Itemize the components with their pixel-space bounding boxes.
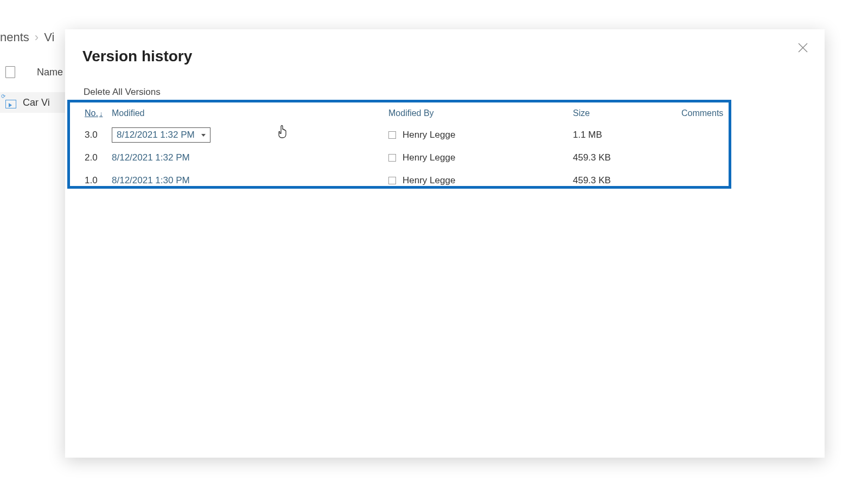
breadcrumb-separator-icon: › bbox=[35, 30, 39, 44]
version-modified-date: 8/12/2021 1:32 PM bbox=[117, 130, 195, 140]
column-header-modified[interactable]: Modified bbox=[112, 108, 388, 118]
version-modified-by: Henry Legge bbox=[388, 152, 573, 163]
column-name-label[interactable]: Name bbox=[37, 67, 63, 78]
column-header-modified-by[interactable]: Modified By bbox=[388, 108, 573, 118]
video-file-icon: ⟳ bbox=[5, 97, 17, 108]
version-number: 2.0 bbox=[85, 152, 112, 163]
file-type-icon bbox=[5, 66, 15, 78]
close-button[interactable] bbox=[794, 39, 812, 56]
version-modified-by: Henry Legge bbox=[388, 130, 573, 140]
column-header-size[interactable]: Size bbox=[573, 108, 681, 118]
version-size: 459.3 KB bbox=[573, 152, 681, 163]
table-row: 1.0 8/12/2021 1:30 PM Henry Legge 459.3 … bbox=[85, 169, 725, 192]
version-history-dialog: Version history Delete All Versions No. … bbox=[65, 29, 825, 458]
breadcrumb-part-1[interactable]: nents bbox=[0, 30, 29, 44]
table-row: 2.0 8/12/2021 1:32 PM Henry Legge 459.3 … bbox=[85, 146, 725, 169]
version-modified-by: Henry Legge bbox=[388, 175, 573, 186]
person-icon bbox=[388, 177, 396, 184]
delete-all-versions-link[interactable]: Delete All Versions bbox=[84, 87, 161, 98]
version-size: 459.3 KB bbox=[573, 175, 681, 186]
file-row[interactable]: ⟳ Car Vi bbox=[0, 92, 65, 113]
version-modified-link[interactable]: 8/12/2021 1:32 PM bbox=[112, 152, 190, 163]
close-icon bbox=[797, 42, 808, 53]
column-header-no[interactable]: No. ↓ bbox=[85, 108, 112, 118]
file-name: Car Vi bbox=[23, 97, 50, 108]
version-modified-dropdown[interactable]: 8/12/2021 1:32 PM bbox=[112, 127, 210, 143]
version-number: 3.0 bbox=[85, 130, 112, 140]
version-number: 1.0 bbox=[85, 175, 112, 186]
table-header-row: No. ↓ Modified Modified By Size Comments bbox=[85, 108, 725, 118]
chevron-down-icon bbox=[201, 134, 206, 137]
version-size: 1.1 MB bbox=[573, 130, 681, 140]
person-icon bbox=[388, 154, 396, 162]
table-row: 3.0 8/12/2021 1:32 PM Henry Legge 1.1 MB bbox=[85, 124, 725, 146]
breadcrumb-part-2[interactable]: Vi bbox=[44, 30, 54, 44]
versions-table: No. ↓ Modified Modified By Size Comments… bbox=[85, 108, 725, 192]
version-modified-link[interactable]: 8/12/2021 1:30 PM bbox=[112, 175, 190, 185]
library-columns-header: Name bbox=[5, 66, 63, 78]
dialog-title: Version history bbox=[82, 48, 192, 65]
breadcrumb: nents › Vi bbox=[0, 30, 54, 44]
person-icon bbox=[388, 131, 396, 139]
column-header-comments[interactable]: Comments bbox=[681, 108, 723, 118]
sort-descending-icon: ↓ bbox=[99, 110, 103, 118]
